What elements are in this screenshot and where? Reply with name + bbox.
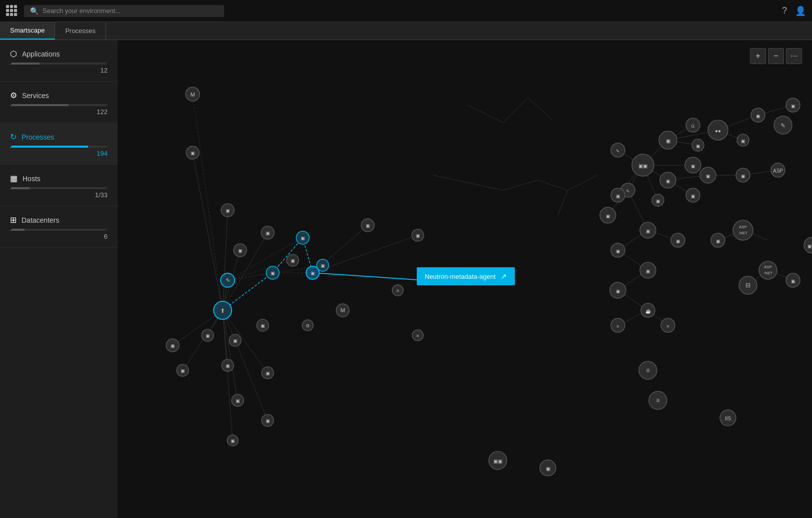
- svg-line-26: [468, 183, 503, 190]
- services-count: 122: [10, 108, 108, 116]
- svg-line-23: [538, 180, 568, 190]
- sidebar-item-services[interactable]: ⚙ Services 122: [0, 82, 118, 123]
- sidebar-item-applications[interactable]: ⬡ Applications 12: [0, 40, 118, 82]
- services-bar-fill: [10, 104, 69, 106]
- svg-text:ASP: ASP: [773, 168, 783, 174]
- tooltip-external-link-icon[interactable]: ↗: [501, 272, 507, 280]
- tab-smartscape[interactable]: Smartscape: [0, 22, 55, 40]
- svg-text:▣: ▣: [646, 269, 650, 274]
- hosts-bar: [10, 187, 108, 189]
- services-label: Services: [22, 92, 49, 100]
- tab-processes-label: Processes: [65, 27, 96, 35]
- svg-text:▣: ▣: [206, 333, 210, 338]
- svg-text:⬆: ⬆: [220, 307, 225, 314]
- processes-bar: [10, 146, 108, 148]
- svg-text:▣: ▣: [233, 338, 238, 343]
- svg-line-13: [223, 310, 233, 440]
- svg-point-181: [759, 261, 777, 279]
- applications-label: Applications: [22, 50, 60, 58]
- svg-text:▣: ▣: [266, 418, 270, 423]
- svg-text:▣: ▣: [226, 208, 230, 213]
- svg-text:☕: ☕: [645, 308, 651, 314]
- svg-text:▣: ▣: [271, 271, 275, 276]
- zoom-more-button[interactable]: ···: [786, 48, 802, 64]
- svg-text:▣: ▣: [416, 233, 420, 238]
- svg-text:▣: ▣: [291, 258, 295, 263]
- svg-line-30: [528, 98, 553, 120]
- svg-text:▣▣: ▣▣: [638, 163, 647, 169]
- svg-text:▣: ▣: [181, 368, 185, 373]
- processes-icon: ↻: [10, 132, 17, 142]
- applications-bar-fill: [10, 63, 40, 65]
- sidebar-item-processes[interactable]: ↻ Processes 194: [0, 123, 118, 165]
- svg-text:▣: ▣: [366, 223, 370, 228]
- svg-text:✎: ✎: [616, 149, 620, 154]
- svg-point-176: [733, 220, 753, 240]
- main-layout: ⬡ Applications 12 ⚙ Services 122 ↻ Proce…: [0, 40, 812, 518]
- svg-text:ASP: ASP: [739, 225, 747, 229]
- processes-bar-fill: [10, 146, 88, 148]
- svg-text:▣: ▣: [791, 104, 795, 109]
- zoom-controls: + − ···: [750, 48, 802, 64]
- svg-text:▣: ▣: [171, 343, 175, 348]
- svg-text:▣▣: ▣▣: [493, 458, 502, 464]
- sidebar-item-hosts[interactable]: ▦ Hosts 1/33: [0, 165, 118, 206]
- app-menu-icon[interactable]: [6, 5, 18, 17]
- svg-text:≡: ≡: [656, 397, 659, 404]
- svg-line-27: [433, 175, 468, 183]
- svg-text:IIS: IIS: [725, 416, 731, 421]
- applications-icon: ⬡: [10, 49, 17, 59]
- tooltip-node-name: Neutron-metadata-agent: [425, 273, 496, 280]
- svg-line-35: [313, 273, 417, 280]
- svg-text:▣: ▣: [807, 244, 812, 249]
- sidebar: ⬡ Applications 12 ⚙ Services 122 ↻ Proce…: [0, 40, 118, 518]
- sidebar-item-datacenters-header: ⊞ Datacenters: [10, 215, 108, 225]
- zoom-out-button[interactable]: −: [768, 48, 784, 64]
- search-bar[interactable]: 🔍 Search your environment...: [24, 5, 224, 17]
- svg-line-8: [183, 310, 223, 370]
- svg-text:▣: ▣: [226, 363, 230, 368]
- user-icon[interactable]: 👤: [795, 6, 806, 17]
- svg-line-25: [503, 180, 538, 190]
- hosts-bar-fill: [10, 187, 30, 189]
- help-icon[interactable]: ?: [782, 6, 787, 16]
- svg-text:≡: ≡: [396, 288, 399, 293]
- svg-text:●●: ●●: [715, 128, 721, 134]
- map-area[interactable]: + − ··· Neutron-metadata-agent ↗: [118, 40, 812, 518]
- svg-text:M: M: [340, 307, 345, 313]
- svg-text:▣: ▣: [791, 279, 795, 284]
- tab-processes[interactable]: Processes: [55, 22, 106, 40]
- top-nav: 🔍 Search your environment... ? 👤: [0, 0, 812, 22]
- svg-text:▣: ▣: [266, 371, 270, 376]
- svg-line-1: [193, 153, 223, 310]
- svg-text:✎: ✎: [226, 277, 230, 283]
- svg-text:▣: ▣: [666, 179, 670, 184]
- svg-text:▣: ▣: [311, 271, 315, 276]
- datacenters-icon: ⊞: [10, 215, 17, 225]
- svg-text:▣: ▣: [756, 114, 760, 119]
- svg-text:▣: ▣: [691, 164, 695, 169]
- services-icon: ⚙: [10, 91, 17, 100]
- svg-text:▣: ▣: [266, 231, 270, 236]
- svg-text:▣: ▣: [616, 249, 620, 254]
- svg-text:▣: ▣: [741, 139, 745, 144]
- search-icon: 🔍: [30, 7, 39, 15]
- svg-text:▣: ▣: [238, 248, 243, 253]
- node-tooltip: Neutron-metadata-agent ↗: [417, 267, 515, 285]
- datacenters-label: Datacenters: [22, 216, 59, 224]
- datacenters-bar: [10, 229, 108, 231]
- datacenters-bar-fill: [10, 229, 25, 231]
- datacenters-count: 6: [10, 233, 108, 240]
- zoom-in-button[interactable]: +: [750, 48, 766, 64]
- hosts-count: 1/33: [10, 191, 108, 199]
- processes-label: Processes: [22, 133, 54, 141]
- svg-text:▣: ▣: [606, 214, 610, 219]
- sidebar-item-datacenters[interactable]: ⊞ Datacenters 6: [0, 206, 118, 248]
- svg-text:≡: ≡: [666, 324, 669, 329]
- svg-text:▣: ▣: [301, 236, 305, 241]
- svg-text:.NET: .NET: [763, 271, 772, 275]
- svg-text:▣: ▣: [546, 466, 550, 471]
- sidebar-item-services-header: ⚙ Services: [10, 91, 108, 100]
- sidebar-item-hosts-header: ▦ Hosts: [10, 174, 108, 183]
- svg-text:≡: ≡: [616, 324, 619, 329]
